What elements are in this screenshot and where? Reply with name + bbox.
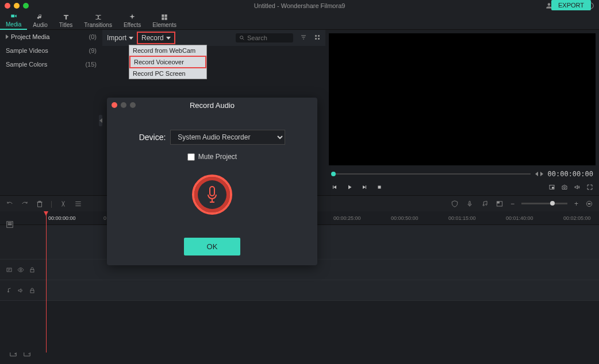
window-minimize[interactable] — [14, 3, 20, 9]
delete-icon[interactable] — [36, 200, 44, 208]
play-icon[interactable] — [346, 184, 353, 191]
tab-label: Audio — [33, 22, 48, 28]
tab-elements[interactable]: Elements — [147, 13, 182, 28]
export-button[interactable]: EXPORT — [551, 0, 591, 10]
track-header — [0, 225, 46, 259]
modal-minimize[interactable] — [121, 102, 126, 108]
import-button[interactable]: Import — [107, 34, 133, 42]
mute-project-label: Mute Project — [198, 153, 237, 161]
svg-rect-4 — [315, 38, 317, 40]
step-back-icon[interactable] — [331, 184, 338, 191]
audio-track[interactable] — [0, 280, 599, 301]
filter-icon[interactable] — [300, 34, 307, 42]
media-toolbar: Import Record — [102, 30, 325, 46]
title-track-icon — [6, 266, 13, 273]
svg-point-9 — [564, 187, 566, 188]
record-start-button[interactable] — [192, 175, 232, 215]
search-input[interactable] — [247, 34, 282, 41]
svg-rect-17 — [8, 224, 12, 225]
pip-icon[interactable] — [548, 184, 555, 191]
grid-view-icon[interactable] — [314, 34, 321, 42]
shield-icon[interactable] — [451, 200, 459, 208]
record-screen-item[interactable]: Record PC Screen — [129, 68, 206, 79]
ruler-time: 00:00:00:00 — [48, 215, 76, 221]
pip2-icon[interactable] — [496, 200, 504, 208]
scrub-right-icon[interactable] — [540, 172, 543, 176]
ok-button[interactable]: OK — [184, 238, 241, 255]
visibility-icon[interactable] — [17, 266, 24, 273]
svg-rect-20 — [30, 269, 34, 272]
tab-transitions[interactable]: Transitions — [78, 13, 118, 28]
snapshot-icon[interactable] — [561, 184, 568, 191]
modal-zoom[interactable] — [130, 102, 136, 108]
device-select[interactable]: System Audio Recorder — [170, 130, 285, 145]
svg-rect-14 — [588, 203, 591, 204]
redo-icon[interactable] — [21, 200, 29, 208]
window-traffic-lights — [5, 3, 29, 9]
scrub-bar[interactable] — [331, 173, 531, 175]
svg-rect-22 — [210, 187, 214, 196]
fullscreen-icon[interactable] — [586, 184, 593, 191]
volume-icon[interactable] — [574, 184, 581, 191]
mute-project-checkbox[interactable] — [187, 153, 195, 161]
fit-icon[interactable] — [585, 200, 593, 208]
mute-icon[interactable] — [17, 287, 24, 294]
record-webcam-item[interactable]: Record from WebCam — [129, 45, 206, 56]
preview-pane: 00:00:00:00 — [325, 30, 599, 195]
timecode: 00:00:00:00 — [548, 170, 593, 178]
svg-rect-12 — [497, 201, 500, 203]
sidebar-item-sample-colors[interactable]: Sample Colors (15) — [0, 57, 102, 71]
tab-label: Effects — [124, 22, 141, 28]
expand-icon — [6, 34, 9, 39]
window-close[interactable] — [5, 3, 10, 9]
playhead[interactable] — [46, 211, 47, 353]
tab-media[interactable]: Media — [0, 11, 27, 30]
step-forward-icon[interactable] — [361, 184, 368, 191]
device-label: Device: — [139, 133, 166, 142]
tab-label: Elements — [152, 22, 176, 28]
svg-rect-5 — [318, 38, 320, 40]
tab-audio[interactable]: Audio — [27, 13, 53, 28]
undo-icon[interactable] — [6, 200, 14, 208]
sidebar-item-project[interactable]: Project Media (0) — [0, 30, 102, 44]
tab-label: Transitions — [84, 22, 112, 28]
scrubber-row: 00:00:00:00 — [325, 169, 599, 179]
window-title: Untitled - Wondershare Filmora9 — [254, 2, 345, 9]
svg-rect-21 — [30, 290, 34, 293]
svg-rect-3 — [318, 35, 320, 37]
video-viewer[interactable] — [329, 33, 596, 165]
split-icon[interactable] — [59, 200, 67, 208]
modal-close[interactable] — [112, 102, 117, 108]
mic-icon[interactable] — [466, 200, 474, 208]
tab-label: Titles — [59, 22, 73, 28]
sidebar-count: (9) — [89, 47, 97, 54]
svg-point-1 — [240, 36, 243, 39]
tab-effects[interactable]: Effects — [118, 13, 147, 28]
tab-titles[interactable]: Titles — [53, 13, 79, 28]
stop-icon[interactable] — [376, 184, 383, 191]
lock-icon[interactable] — [29, 287, 36, 294]
sidebar-item-sample-videos[interactable]: Sample Videos (9) — [0, 44, 102, 57]
more-icon[interactable] — [74, 200, 82, 208]
chevron-down-icon — [129, 37, 133, 40]
record-button[interactable]: Record — [137, 32, 175, 44]
lock-icon[interactable] — [29, 266, 36, 273]
media-sidebar: Project Media (0) Sample Videos (9) Samp… — [0, 30, 102, 195]
track-manage-icon[interactable] — [6, 220, 14, 230]
svg-rect-2 — [315, 35, 317, 37]
chevron-left-icon — [99, 118, 102, 123]
audio-track-icon — [6, 287, 13, 294]
scrub-left-icon[interactable] — [535, 172, 538, 176]
search-box[interactable] — [236, 33, 293, 42]
titlebar: Untitled - Wondershare Filmora9 — [0, 0, 599, 11]
window-zoom[interactable] — [23, 3, 29, 9]
record-voiceover-item[interactable]: Record Voiceover — [129, 56, 206, 68]
music-icon[interactable] — [481, 200, 489, 208]
track-header — [0, 260, 46, 280]
record-audio-modal: Record Audio Device: System Audio Record… — [107, 98, 317, 265]
preview-controls — [325, 179, 599, 195]
tab-label: Media — [6, 21, 21, 28]
track-header — [0, 280, 46, 300]
zoom-slider[interactable] — [521, 203, 567, 204]
microphone-icon — [205, 185, 219, 204]
